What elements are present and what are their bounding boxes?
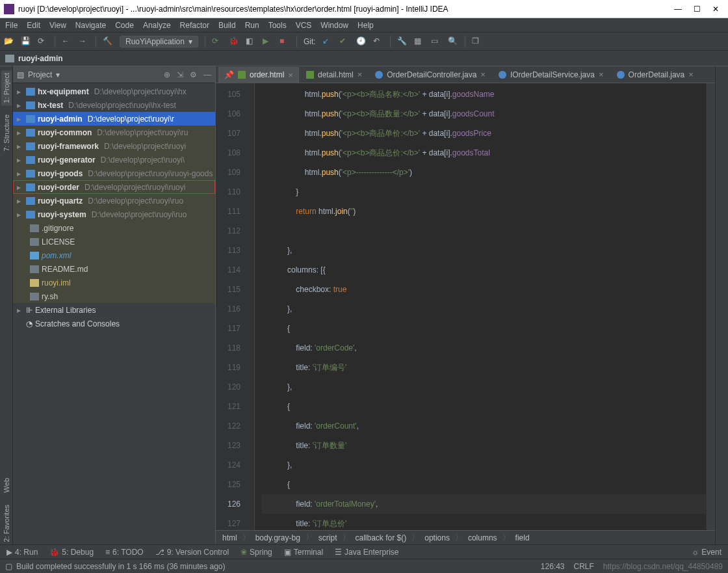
- close-icon[interactable]: ×: [480, 70, 486, 79]
- tree-item-ruoyi-framework[interactable]: ▸ruoyi-frameworkD:\develop\project\ruoyi: [13, 139, 215, 153]
- git-history-icon[interactable]: 🕘: [356, 36, 367, 47]
- close-button[interactable]: ✕: [712, 5, 719, 14]
- tree-item-ruoyi-system[interactable]: ▸ruoyi-systemD:\develop\project\ruoyi\ru…: [13, 207, 215, 221]
- tab-service-java[interactable]: IOrderDetailService.java×: [493, 67, 610, 83]
- tool-event-log[interactable]: ☼Event: [692, 548, 722, 557]
- menu-window[interactable]: Window: [320, 21, 348, 30]
- tool-terminal[interactable]: ▣Terminal: [284, 548, 323, 557]
- more-icon[interactable]: ❐: [472, 36, 482, 47]
- tree-item-rysh[interactable]: ry.sh: [13, 289, 215, 303]
- breadcrumb[interactable]: html: [222, 533, 237, 542]
- play-icon[interactable]: ▶: [263, 36, 273, 47]
- expand-icon[interactable]: ⇲: [177, 70, 183, 79]
- breadcrumb[interactable]: field: [515, 533, 530, 542]
- breadcrumb[interactable]: callback for $(): [356, 533, 407, 542]
- sync-icon[interactable]: ⟳: [38, 36, 48, 47]
- menu-file[interactable]: File: [5, 21, 18, 30]
- back-icon[interactable]: ←: [62, 36, 72, 47]
- tree-item-license[interactable]: LICENSE: [13, 235, 215, 248]
- tab-detail-html[interactable]: detail.html×: [300, 67, 368, 83]
- tool-debug[interactable]: 🐞5: Debug: [49, 548, 94, 557]
- code-content[interactable]: html.push('<p><b>商品名称:</b>' + data[i].go…: [255, 83, 706, 530]
- tool-tab-favorites[interactable]: 2: Favorites: [1, 502, 12, 544]
- tool-vcs[interactable]: ⎇9: Version Control: [155, 548, 229, 557]
- hide-icon[interactable]: —: [203, 70, 211, 79]
- close-icon[interactable]: ×: [288, 70, 293, 80]
- maximize-button[interactable]: ☐: [694, 5, 701, 14]
- forward-icon[interactable]: →: [79, 36, 89, 47]
- tree-item-ruoyi-goods[interactable]: ▸ruoyi-goodsD:\develop\project\ruoyi\ruo…: [13, 167, 215, 180]
- tree-item-ruoyi-generator[interactable]: ▸ruoyi-generatorD:\develop\project\ruoyi…: [13, 153, 215, 167]
- tree-item-ruoyi-admin[interactable]: ▸ruoyi-adminD:\develop\project\ruoyi\r: [13, 112, 215, 126]
- menu-vcs[interactable]: VCS: [296, 21, 312, 30]
- sdk-icon[interactable]: ▭: [431, 36, 441, 47]
- navigation-bar[interactable]: ruoyi-admin: [0, 51, 728, 66]
- menu-run[interactable]: Run: [245, 21, 259, 30]
- status-icon[interactable]: ▢: [5, 562, 12, 571]
- code-area[interactable]: 1051061071081091101111121131141151161171…: [216, 83, 715, 530]
- search-icon[interactable]: 🔍: [448, 36, 458, 47]
- tool-tab-structure[interactable]: 7: Structure: [1, 112, 12, 154]
- tool-tab-project[interactable]: 1: Project: [1, 70, 12, 105]
- tree-item-pom[interactable]: pom.xml: [13, 248, 215, 262]
- chevron-down-icon[interactable]: ▾: [56, 70, 60, 79]
- stop-icon[interactable]: ■: [280, 36, 290, 47]
- menu-analyze[interactable]: Analyze: [143, 21, 171, 30]
- project-panel-title[interactable]: Project: [28, 70, 52, 79]
- menu-code[interactable]: Code: [115, 21, 134, 30]
- menu-tools[interactable]: Tools: [268, 21, 287, 30]
- coverage-icon[interactable]: ◧: [246, 36, 256, 47]
- menu-edit[interactable]: Edit: [27, 21, 40, 30]
- run-icon[interactable]: ⟳: [212, 36, 222, 47]
- git-revert-icon[interactable]: ↶: [373, 36, 384, 47]
- fold-gutter[interactable]: [244, 83, 255, 530]
- menu-build[interactable]: Build: [218, 21, 236, 30]
- git-commit-icon[interactable]: ✔: [339, 36, 350, 47]
- tree-item-ruoyi-order[interactable]: ▸ruoyi-orderD:\develop\project\ruoyi\ruo…: [13, 180, 215, 194]
- vertical-scrollbar[interactable]: [706, 83, 715, 530]
- settings-icon[interactable]: 🔧: [397, 36, 408, 47]
- tab-controller-java[interactable]: OrderDetailController.java×: [369, 67, 491, 83]
- tree-item-scratches[interactable]: ◔Scratches and Consoles: [13, 317, 215, 330]
- menu-help[interactable]: Help: [358, 21, 374, 30]
- close-icon[interactable]: ×: [688, 70, 694, 79]
- save-icon[interactable]: 💾: [21, 36, 31, 47]
- hammer-icon[interactable]: 🔨: [103, 36, 113, 47]
- debug-icon[interactable]: 🐞: [229, 36, 239, 47]
- gear-icon[interactable]: ⚙: [190, 70, 197, 79]
- tree-item-ruoyi-common[interactable]: ▸ruoyi-commonD:\develop\project\ruoyi\ru: [13, 126, 215, 139]
- close-icon[interactable]: ×: [599, 70, 604, 79]
- tree-item-iml[interactable]: ruoyi.iml: [13, 276, 215, 289]
- tree-item-hx-test[interactable]: ▸hx-testD:\develop\project\ruoyi\hx-test: [13, 98, 215, 112]
- tab-order-html[interactable]: 📌 order.html ×: [218, 67, 299, 83]
- tool-tab-web[interactable]: Web: [1, 475, 12, 495]
- breadcrumb[interactable]: body.gray-bg: [255, 533, 300, 542]
- open-icon[interactable]: 📂: [4, 36, 14, 47]
- target-icon[interactable]: ⊕: [164, 70, 170, 79]
- project-tree[interactable]: ▸hx-equipmentD:\develop\project\ruoyi\hx…: [13, 83, 215, 544]
- tree-item-gitignore[interactable]: .gitignore: [13, 221, 215, 235]
- line-gutter[interactable]: 1051061071081091101111121131141151161171…: [216, 83, 244, 530]
- minimize-button[interactable]: —: [674, 5, 682, 14]
- cursor-position[interactable]: 126:43: [541, 562, 565, 571]
- git-update-icon[interactable]: ↙: [322, 36, 333, 47]
- breadcrumb-bar[interactable]: html〉 body.gray-bg〉 script〉 callback for…: [216, 530, 715, 544]
- breadcrumb[interactable]: script: [318, 533, 337, 542]
- tree-item-external-libs[interactable]: ▸⊪External Libraries: [13, 303, 215, 317]
- project-structure-icon[interactable]: ▦: [414, 36, 424, 47]
- tree-item-readme[interactable]: README.md: [13, 262, 215, 276]
- breadcrumb[interactable]: options: [424, 533, 450, 542]
- tool-java-ee[interactable]: ☰Java Enterprise: [335, 548, 398, 557]
- tree-item-hx-equipment[interactable]: ▸hx-equipmentD:\develop\project\ruoyi\hx: [13, 85, 215, 98]
- menu-refactor[interactable]: Refactor: [180, 21, 209, 30]
- tool-todo[interactable]: ≡6: TODO: [105, 548, 144, 557]
- breadcrumb[interactable]: columns: [468, 533, 497, 542]
- menu-view[interactable]: View: [49, 21, 66, 30]
- tree-item-ruoyi-quartz[interactable]: ▸ruoyi-quartzD:\develop\project\ruoyi\ru…: [13, 194, 215, 207]
- tool-run[interactable]: ▶4: Run: [6, 548, 38, 557]
- tab-orderdetail-java[interactable]: OrderDetail.java×: [611, 67, 699, 83]
- run-config-selector[interactable]: RuoYiApplication ▾: [120, 36, 198, 47]
- tool-spring[interactable]: ❀Spring: [240, 548, 272, 557]
- menu-navigate[interactable]: Navigate: [75, 21, 106, 30]
- close-icon[interactable]: ×: [358, 70, 363, 79]
